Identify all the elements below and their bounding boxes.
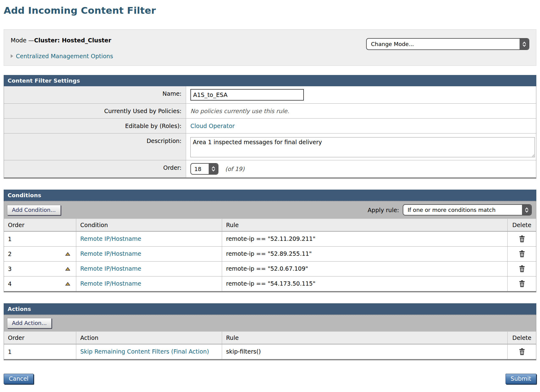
condition-order: 2 — [8, 251, 12, 257]
content-filter-settings-panel: Content Filter Settings Name: Currently … — [4, 75, 536, 179]
page-title: Add Incoming Content Filter — [4, 5, 536, 16]
condition-link[interactable]: Remote IP/Hostname — [80, 250, 141, 257]
select-stepper-icon — [520, 39, 529, 49]
order-label: Order: — [4, 160, 186, 177]
action-row: 1 Skip Remaining Content Filters (Final … — [4, 344, 536, 359]
policies-label: Currently Used by Policies: — [4, 104, 186, 118]
select-stepper-icon — [209, 164, 218, 174]
submit-button[interactable]: Submit — [506, 374, 536, 384]
conditions-panel-title: Conditions — [4, 190, 536, 201]
action-order: 1 — [8, 348, 12, 355]
description-label: Description: — [4, 134, 186, 160]
condition-row: 4 Remote IP/Hostname remote-ip == "54.17… — [4, 276, 536, 291]
add-condition-button[interactable]: Add Condition... — [7, 205, 61, 215]
change-mode-select-value: Change Mode... — [367, 39, 520, 49]
trash-icon[interactable] — [519, 235, 525, 243]
name-input[interactable] — [190, 89, 304, 101]
apply-rule-label: Apply rule: — [368, 207, 399, 213]
col-header-rule: Rule — [222, 219, 507, 231]
conditions-panel: Conditions Add Condition... Apply rule: … — [4, 190, 536, 292]
editable-roles-label: Editable by (Roles): — [4, 119, 186, 133]
conditions-table-header: Order Condition Rule Delete — [4, 219, 536, 231]
move-up-icon[interactable] — [65, 252, 70, 256]
trash-icon[interactable] — [519, 348, 525, 355]
col-header-action: Action — [76, 331, 222, 344]
actions-panel: Actions Add Action... Order Action Rule … — [4, 303, 536, 360]
condition-order: 3 — [8, 265, 12, 272]
mode-label: Mode — — [11, 37, 34, 44]
settings-row-name: Name: — [4, 86, 536, 103]
trash-icon[interactable] — [519, 280, 525, 287]
order-total-label: (of 19) — [225, 166, 244, 172]
trash-icon[interactable] — [519, 265, 525, 273]
col-header-rule: Rule — [222, 331, 507, 344]
settings-row-description: Description: Area 1 inspected messages f… — [4, 133, 536, 160]
condition-row: 3 Remote IP/Hostname remote-ip == "52.0.… — [4, 261, 536, 276]
settings-row-editable: Editable by (Roles): Cloud Operator — [4, 118, 536, 133]
centralized-management-row: Centralized Management Options — [11, 53, 529, 59]
select-stepper-icon — [522, 205, 531, 215]
order-select-value: 18 — [191, 165, 209, 173]
action-rule: skip-filters() — [222, 344, 507, 359]
conditions-toolbar: Add Condition... Apply rule: If one or m… — [4, 201, 536, 219]
actions-table-header: Order Action Rule Delete — [4, 331, 536, 344]
move-up-icon[interactable] — [65, 282, 70, 286]
condition-link[interactable]: Remote IP/Hostname — [80, 265, 141, 272]
settings-row-order: Order: 18 (of 19) — [4, 160, 536, 177]
footer-actions: Cancel Submit — [4, 374, 536, 384]
description-textarea[interactable]: Area 1 inspected messages for final deli… — [190, 137, 535, 157]
trash-icon[interactable] — [519, 250, 525, 258]
cancel-button[interactable]: Cancel — [4, 374, 34, 384]
condition-row: 2 Remote IP/Hostname remote-ip == "52.89… — [4, 246, 536, 261]
add-action-button[interactable]: Add Action... — [7, 318, 52, 328]
policies-value: No policies currently use this rule. — [190, 108, 289, 114]
col-header-condition: Condition — [76, 219, 222, 231]
condition-rule: remote-ip == "52.89.255.11" — [222, 246, 507, 261]
col-header-delete: Delete — [507, 219, 536, 231]
cloud-operator-link[interactable]: Cloud Operator — [190, 123, 235, 129]
action-link[interactable]: Skip Remaining Content Filters (Final Ac… — [80, 348, 209, 355]
name-label: Name: — [4, 86, 186, 103]
actions-toolbar: Add Action... — [4, 315, 536, 331]
change-mode-select[interactable]: Change Mode... — [366, 38, 529, 50]
col-header-delete: Delete — [507, 331, 536, 344]
settings-panel-title: Content Filter Settings — [4, 75, 536, 86]
condition-rule: remote-ip == "54.173.50.115" — [222, 276, 507, 291]
condition-order: 4 — [8, 280, 12, 287]
settings-row-policies: Currently Used by Policies: No policies … — [4, 103, 536, 118]
condition-order: 1 — [8, 236, 12, 242]
condition-rule: remote-ip == "52.11.209.211" — [222, 231, 507, 246]
centralized-management-options-link[interactable]: Centralized Management Options — [16, 53, 113, 59]
mode-box: Mode —Cluster: Hosted_Cluster Centralize… — [4, 29, 536, 66]
apply-rule-select-value: If one or more conditions match — [403, 205, 522, 215]
condition-rule: remote-ip == "52.0.67.109" — [222, 261, 507, 276]
condition-link[interactable]: Remote IP/Hostname — [80, 280, 141, 287]
actions-panel-title: Actions — [4, 303, 536, 315]
condition-row: 1 Remote IP/Hostname remote-ip == "52.11… — [4, 231, 536, 246]
apply-rule-select[interactable]: If one or more conditions match — [403, 204, 532, 216]
move-up-icon[interactable] — [65, 267, 70, 271]
col-header-order: Order — [4, 331, 76, 344]
disclosure-triangle-icon[interactable] — [11, 54, 13, 58]
order-select[interactable]: 18 — [190, 163, 218, 175]
col-header-order: Order — [4, 219, 76, 231]
mode-value: Cluster: Hosted_Cluster — [34, 37, 111, 44]
condition-link[interactable]: Remote IP/Hostname — [80, 235, 141, 242]
